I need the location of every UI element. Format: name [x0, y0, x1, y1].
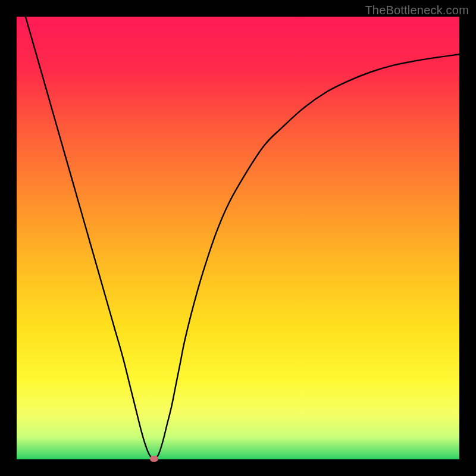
watermark-text: TheBottleneck.com — [365, 4, 469, 17]
bottleneck-chart — [17, 17, 459, 459]
gradient-background — [17, 17, 459, 459]
chart-frame — [17, 17, 459, 459]
optimum-marker — [150, 456, 158, 462]
